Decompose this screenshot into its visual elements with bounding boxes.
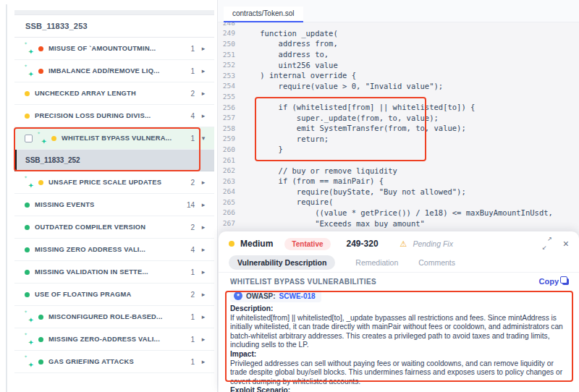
severity-dot: [38, 69, 43, 74]
finding-row[interactable]: MISCONFIGURED ROLE-BASED...1▸: [14, 306, 214, 328]
line-text: require(buyState, "Buy not allowed");: [242, 187, 466, 196]
severity-dot: [25, 247, 30, 252]
finding-instance[interactable]: SSB_11833_252: [14, 150, 214, 171]
code-line: 264 require(buyState, "Buy not allowed")…: [218, 187, 579, 197]
chevron-right-icon[interactable]: ▸: [200, 313, 207, 320]
finding-count: 4: [186, 112, 195, 120]
code-line: 255: [218, 91, 579, 102]
finding-row[interactable]: UNCHECKED ARRAY LENGTH2▸: [14, 82, 214, 105]
line-number: 252: [218, 61, 235, 69]
severity-dot: [25, 270, 30, 275]
tab-comments[interactable]: Comments: [418, 258, 455, 267]
line-number: 262: [218, 166, 235, 174]
finding-checkbox[interactable]: [25, 135, 33, 142]
finding-row[interactable]: MISSING ZERO ADDRESS VALI...4▸: [14, 239, 214, 261]
code-line: 263 if (from == mainPair) {: [218, 176, 579, 187]
code-line: 251 address to,: [218, 49, 579, 60]
chevron-right-icon[interactable]: ▸: [200, 246, 207, 253]
chevron-right-icon[interactable]: ▸: [200, 336, 207, 343]
chevron-right-icon[interactable]: ▸: [200, 45, 207, 52]
finding-label: MISSING VALIDATION IN SETTE...: [35, 268, 181, 276]
finding-count: 1: [186, 135, 195, 142]
tab-vulnerability-description[interactable]: Vulnerability Description: [229, 255, 335, 270]
chevron-right-icon[interactable]: ▸: [200, 268, 207, 276]
code-line: 267 "Exceeds max buy amount": [218, 218, 579, 229]
finding-row[interactable]: GAS GRIEFING ATTACKS1▸: [14, 351, 214, 373]
chevron-right-icon[interactable]: ▸: [200, 358, 207, 365]
detail-header: Medium Tentative 249-320 ⚠ Pending Fix ×: [219, 231, 579, 253]
finding-row[interactable]: PRECISION LOSS DURING DIVIS...4▸: [14, 105, 214, 127]
warning-icon: ⚠: [400, 239, 407, 249]
line-text: super._update(from, to, value);: [242, 114, 439, 122]
finding-label: USE OF FLOATING PRAGMA: [35, 291, 181, 298]
finding-count: 2: [186, 90, 195, 98]
owasp-icon: *: [234, 291, 242, 300]
line-text: uint256 value: [242, 61, 338, 69]
finding-label: MISCONFIGURED ROLE-BASED...: [48, 313, 181, 320]
finding-count: 4: [186, 246, 195, 254]
chevron-down-icon[interactable]: ▾: [200, 135, 207, 142]
ai-sparkle-icon: [25, 312, 33, 321]
line-number: 265: [218, 198, 235, 206]
chevron-right-icon[interactable]: ▸: [200, 179, 207, 186]
line-text: require(: [242, 197, 333, 206]
findings-sidebar: SSB_11833_253 MISUSE OF `AMOUNTOUTMIN...…: [14, 10, 214, 392]
description-section: Impact:Privileged addresses can sell wit…: [230, 350, 569, 386]
severity-label: Medium: [240, 239, 273, 249]
code-line: 252 uint256 value: [218, 59, 579, 70]
finding-row[interactable]: MISSING ZERO-ADDRESS VALI...1▸: [14, 328, 214, 351]
scan-id-header[interactable]: SSB_11833_253: [14, 15, 214, 38]
finding-row[interactable]: MISSING EVENTS14▸: [14, 194, 214, 216]
line-text: "Exceeds max buy amount": [242, 219, 425, 228]
finding-label: MISSING EVENTS: [35, 201, 177, 208]
line-number: 261: [218, 156, 235, 164]
line-text: ) internal override {: [242, 71, 356, 80]
chevron-right-icon[interactable]: ▸: [200, 291, 207, 298]
file-tab[interactable]: contracts/Token.sol: [224, 7, 303, 22]
owasp-link[interactable]: SCWE-018: [279, 292, 316, 300]
code-line: 261: [218, 155, 579, 166]
finding-count: 1: [186, 313, 195, 321]
severity-dot: [38, 315, 43, 320]
finding-row[interactable]: WHITELIST BYPASS VULNERA...1▾: [14, 127, 214, 150]
line-text: if (whitelisted[from] || whitelisted[to]…: [242, 103, 475, 111]
finding-count: 1: [186, 67, 195, 75]
chevron-right-icon[interactable]: ▸: [200, 90, 207, 97]
finding-row[interactable]: OUTDATED COMPILER VERSION2▸: [14, 216, 214, 239]
chevron-right-icon[interactable]: ▸: [200, 67, 207, 74]
finding-row[interactable]: USE OF FLOATING PRAGMA2▸: [14, 284, 214, 306]
finding-count: 2: [186, 291, 195, 299]
finding-row[interactable]: MISSING VALIDATION IN SETTE...1▸: [14, 261, 214, 284]
editor-tabbar: contracts/Token.sol: [218, 0, 579, 22]
finding-count: 2: [186, 223, 195, 231]
code-line: 254 require(value > 0, "Invalid value");: [218, 81, 579, 92]
code-line: 258 emit SystemTransfer(from, to, value)…: [218, 123, 579, 134]
copy-button[interactable]: Copy: [539, 277, 570, 286]
close-icon[interactable]: ×: [563, 240, 569, 247]
severity-dot: [25, 292, 30, 297]
detail-tabs: Vulnerability DescriptionRemediationComm…: [219, 253, 579, 273]
line-number: 248: [218, 22, 235, 27]
severity-dot: [229, 241, 234, 247]
chevron-right-icon[interactable]: ▸: [200, 112, 207, 119]
chevron-right-icon[interactable]: ▸: [200, 223, 207, 231]
code-line: 250 address from,: [218, 38, 579, 49]
finding-row[interactable]: UNSAFE PRICE SCALE UPDATES2▸: [14, 171, 214, 194]
finding-row[interactable]: MISUSE OF `AMOUNTOUTMIN...1▸: [14, 38, 214, 60]
chevron-right-icon[interactable]: ▸: [200, 201, 207, 208]
finding-count: 1: [186, 336, 195, 344]
line-number: 259: [218, 135, 235, 142]
line-number: 267: [218, 219, 235, 227]
ai-sparkle-icon: [38, 134, 46, 142]
panel-divider-left: [6, 4, 7, 392]
line-range: 249-320: [347, 239, 379, 249]
line-number: 266: [218, 208, 235, 216]
finding-row[interactable]: IMBALANCE ADD/REMOVE LIQ...1▸: [14, 60, 214, 82]
finding-label: MISUSE OF `AMOUNTOUTMIN...: [48, 45, 181, 52]
line-text: ((value * getPrice()) / 1e18) <= maxBuyA…: [242, 208, 553, 217]
tab-remediation[interactable]: Remediation: [355, 258, 398, 267]
severity-dot: [25, 203, 30, 208]
expand-icon[interactable]: [543, 239, 551, 248]
code-line: 257 super._update(from, to, value);: [218, 112, 579, 123]
code-line: 262 // buy or remove liquidity: [218, 165, 579, 176]
